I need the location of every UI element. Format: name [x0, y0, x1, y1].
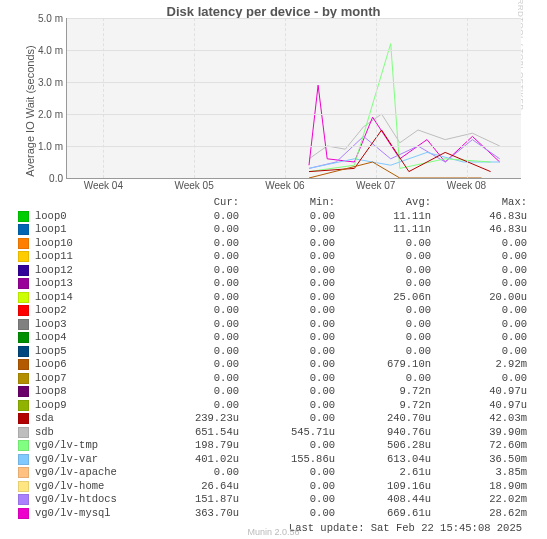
- legend-row-loop2: loop20.000.000.000.00: [18, 304, 528, 318]
- x-tick: Week 07: [356, 178, 395, 191]
- legend-device-name: vg0/lv-home: [35, 480, 143, 494]
- legend-device-name: loop4: [35, 331, 143, 345]
- legend-row-loop13: loop130.000.000.000.00: [18, 277, 528, 291]
- legend-swatch: [18, 386, 29, 397]
- legend-swatch: [18, 332, 29, 343]
- legend-row-vg0-lv-var: vg0/lv-var401.02u155.86u613.04u36.50m: [18, 453, 528, 467]
- legend-row-vg0-lv-htdocs: vg0/lv-htdocs151.87u0.00408.44u22.02m: [18, 493, 528, 507]
- legend-device-name: loop7: [35, 372, 143, 386]
- legend-row-vg0-lv-mysql: vg0/lv-mysql363.70u0.00669.61u28.62m: [18, 507, 528, 521]
- legend-row-loop6: loop60.000.00679.10n2.92m: [18, 358, 528, 372]
- legend-device-name: loop13: [35, 277, 143, 291]
- legend-swatch: [18, 373, 29, 384]
- legend-device-name: vg0/lv-apache: [35, 466, 143, 480]
- legend-row-sda: sda239.23u0.00240.70u42.03m: [18, 412, 528, 426]
- series-vg0/lv-mysql: [309, 85, 500, 165]
- legend-swatch: [18, 413, 29, 424]
- legend-swatch: [18, 400, 29, 411]
- legend-row-vg0-lv-home: vg0/lv-home26.64u0.00109.16u18.90m: [18, 480, 528, 494]
- legend-swatch: [18, 346, 29, 357]
- legend-device-name: loop10: [35, 237, 143, 251]
- legend-swatch: [18, 224, 29, 235]
- legend-device-name: loop6: [35, 358, 143, 372]
- legend-swatch: [18, 481, 29, 492]
- legend-row-loop1: loop10.000.0011.11n46.83u: [18, 223, 528, 237]
- legend-swatch: [18, 494, 29, 505]
- legend-device-name: sda: [35, 412, 143, 426]
- legend-row-sdb: sdb651.54u545.71u940.76u39.90m: [18, 426, 528, 440]
- legend-device-name: vg0/lv-tmp: [35, 439, 143, 453]
- chart-plot-area: 0.01.0 m2.0 m3.0 m4.0 m5.0 mWeek 04Week …: [66, 18, 521, 179]
- legend-swatch: [18, 251, 29, 262]
- y-tick: 3.0 m: [23, 77, 67, 88]
- legend-row-loop9: loop90.000.009.72n40.97u: [18, 399, 528, 413]
- legend-row-loop4: loop40.000.000.000.00: [18, 331, 528, 345]
- legend-device-name: sdb: [35, 426, 143, 440]
- legend-device-name: vg0/lv-var: [35, 453, 143, 467]
- x-tick: Week 08: [447, 178, 486, 191]
- legend-swatch: [18, 440, 29, 451]
- legend-device-name: loop14: [35, 291, 143, 305]
- chart-legend: Cur: Min: Avg: Max: loop00.000.0011.11n4…: [18, 196, 528, 536]
- legend-swatch: [18, 211, 29, 222]
- legend-device-name: vg0/lv-htdocs: [35, 493, 143, 507]
- legend-row-loop14: loop140.000.0025.06n20.00u: [18, 291, 528, 305]
- page-title: Disk latency per device - by month: [0, 4, 547, 19]
- legend-row-loop11: loop110.000.000.000.00: [18, 250, 528, 264]
- y-tick: 4.0 m: [23, 45, 67, 56]
- legend-swatch: [18, 359, 29, 370]
- legend-swatch: [18, 292, 29, 303]
- legend-swatch: [18, 454, 29, 465]
- legend-row-loop5: loop50.000.000.000.00: [18, 345, 528, 359]
- legend-device-name: loop5: [35, 345, 143, 359]
- legend-swatch: [18, 305, 29, 316]
- x-tick: Week 05: [174, 178, 213, 191]
- y-tick: 5.0 m: [23, 13, 67, 24]
- footer-version: Munin 2.0.56: [0, 527, 547, 537]
- legend-swatch: [18, 278, 29, 289]
- legend-row-loop7: loop70.000.000.000.00: [18, 372, 528, 386]
- legend-row-loop12: loop120.000.000.000.00: [18, 264, 528, 278]
- legend-device-name: loop9: [35, 399, 143, 413]
- legend-row-vg0-lv-apache: vg0/lv-apache0.000.002.61u3.85m: [18, 466, 528, 480]
- x-tick: Week 06: [265, 178, 304, 191]
- legend-device-name: loop2: [35, 304, 143, 318]
- legend-row-loop3: loop30.000.000.000.00: [18, 318, 528, 332]
- legend-swatch: [18, 427, 29, 438]
- legend-swatch: [18, 508, 29, 519]
- legend-device-name: loop12: [35, 264, 143, 278]
- legend-swatch: [18, 238, 29, 249]
- legend-device-name: loop3: [35, 318, 143, 332]
- legend-device-name: vg0/lv-mysql: [35, 507, 143, 521]
- legend-swatch: [18, 467, 29, 478]
- legend-header: Cur: Min: Avg: Max:: [18, 196, 528, 210]
- legend-device-name: loop8: [35, 385, 143, 399]
- y-tick: 2.0 m: [23, 109, 67, 120]
- x-tick: Week 04: [84, 178, 123, 191]
- series-vg0/lv-tmp: [309, 44, 491, 172]
- legend-device-name: loop11: [35, 250, 143, 264]
- legend-device-name: loop0: [35, 210, 143, 224]
- legend-row-loop10: loop100.000.000.000.00: [18, 237, 528, 251]
- y-tick: 0.0: [23, 173, 67, 184]
- y-tick: 1.0 m: [23, 141, 67, 152]
- legend-swatch: [18, 319, 29, 330]
- legend-row-loop8: loop80.000.009.72n40.97u: [18, 385, 528, 399]
- chart-lines: [67, 18, 521, 178]
- legend-row-vg0-lv-tmp: vg0/lv-tmp198.79u0.00506.28u72.60m: [18, 439, 528, 453]
- legend-device-name: loop1: [35, 223, 143, 237]
- legend-swatch: [18, 265, 29, 276]
- legend-row-loop0: loop00.000.0011.11n46.83u: [18, 210, 528, 224]
